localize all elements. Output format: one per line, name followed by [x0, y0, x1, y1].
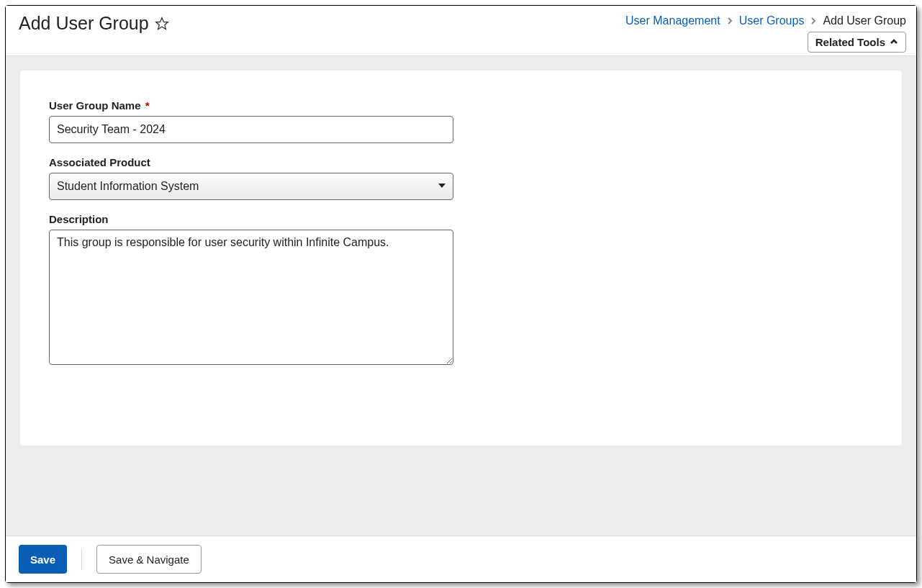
associated-product-value: Student Information System [49, 173, 453, 200]
form-panel: User Group Name * Associated Product Stu… [20, 71, 902, 445]
associated-product-select[interactable]: Student Information System [49, 173, 453, 200]
app-frame: Add User Group User Management User Grou… [5, 5, 917, 583]
breadcrumb-current: Add User Group [823, 14, 906, 27]
save-navigate-button[interactable]: Save & Navigate [96, 545, 202, 574]
related-tools-button[interactable]: Related Tools [808, 32, 906, 53]
form-group-product: Associated Product Student Information S… [49, 156, 873, 200]
form-group-description: Description [49, 213, 873, 368]
footer-actions: Save Save & Navigate [6, 535, 916, 582]
save-button[interactable]: Save [19, 545, 67, 574]
chevron-up-icon [890, 36, 898, 48]
content-area: User Group Name * Associated Product Stu… [6, 56, 916, 582]
form-group-name: User Group Name * [49, 99, 873, 143]
related-tools-label: Related Tools [815, 36, 885, 48]
favorite-star-icon[interactable] [155, 17, 169, 31]
chevron-right-icon [808, 16, 818, 26]
page-header: Add User Group User Management User Grou… [6, 6, 916, 56]
associated-product-label: Associated Product [49, 156, 873, 168]
button-divider [81, 548, 82, 570]
title-area: Add User Group [19, 12, 169, 34]
description-label: Description [49, 213, 873, 225]
page-title: Add User Group [19, 13, 149, 34]
user-group-name-label: User Group Name * [49, 99, 873, 112]
chevron-right-icon [725, 16, 735, 26]
header-right: User Management User Groups Add User Gro… [625, 12, 906, 53]
svg-marker-0 [155, 17, 168, 29]
required-indicator: * [145, 99, 150, 112]
breadcrumb-link-user-groups[interactable]: User Groups [739, 14, 805, 27]
breadcrumb-link-user-management[interactable]: User Management [625, 14, 720, 27]
breadcrumb: User Management User Groups Add User Gro… [625, 12, 906, 27]
description-textarea[interactable] [49, 230, 453, 365]
user-group-name-input[interactable] [49, 116, 453, 143]
